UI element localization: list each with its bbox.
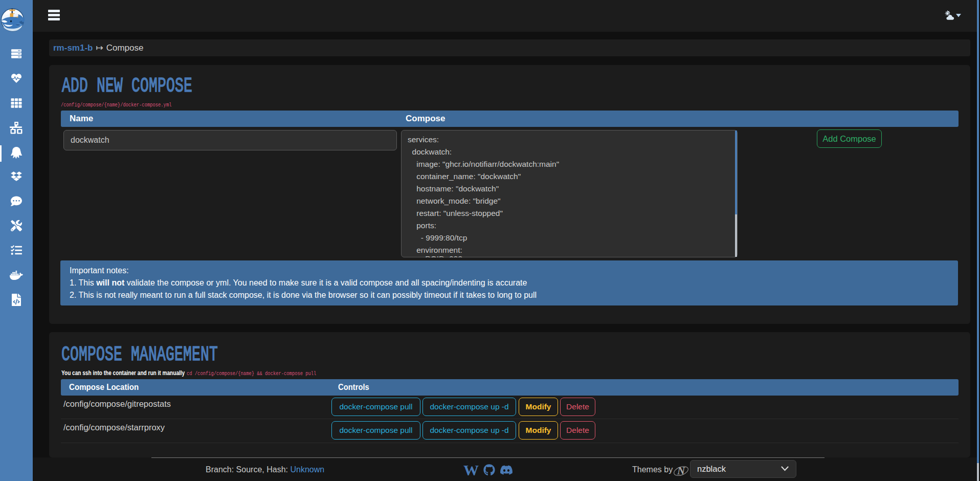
svg-text:N: N bbox=[677, 465, 685, 477]
